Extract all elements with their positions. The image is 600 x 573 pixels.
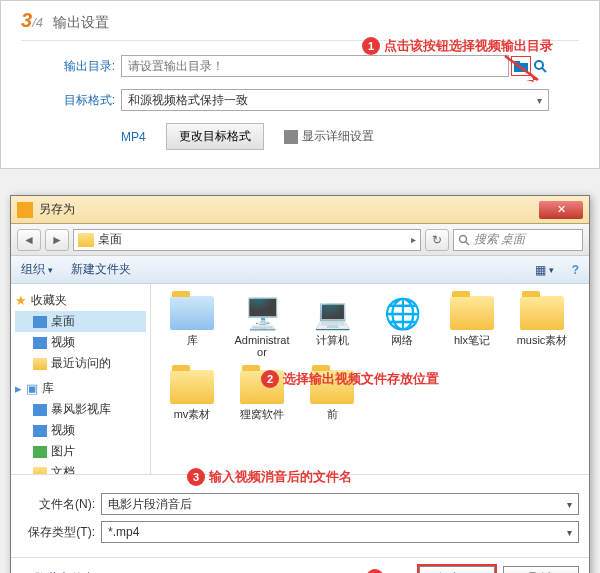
bullet-2-icon: 2 — [261, 370, 279, 388]
filetype-label: 保存类型(T): — [21, 524, 101, 541]
bullet-3-icon: 3 — [187, 468, 205, 486]
sidebar-item-doc[interactable]: 文档 — [15, 462, 146, 474]
sidebar-favorites[interactable]: ★收藏夹 — [15, 290, 146, 311]
output-dir-label: 输出目录: — [51, 58, 121, 75]
svg-rect-2 — [514, 61, 520, 64]
sidebar: ★收藏夹 桌面 视频 最近访问的 ▸ ▣库 暴风影视库 视频 图片 文档 — [11, 284, 151, 474]
svg-line-6 — [466, 242, 469, 245]
file-item[interactable]: music素材 — [511, 292, 573, 360]
svg-point-3 — [535, 61, 543, 69]
step-number: 3/4 — [21, 9, 43, 32]
mp4-link[interactable]: MP4 — [121, 130, 146, 144]
close-button[interactable]: ✕ — [539, 201, 583, 219]
sidebar-item-recent[interactable]: 最近访问的 — [15, 353, 146, 374]
file-item[interactable]: 库 — [161, 292, 223, 360]
browse-folder-button[interactable] — [511, 56, 531, 76]
filename-label: 文件名(N): — [21, 496, 101, 513]
file-item[interactable]: mv素材 — [161, 366, 223, 422]
folder-icon — [78, 233, 94, 247]
dialog-title: 另存为 — [39, 201, 539, 218]
sidebar-item-desktop[interactable]: 桌面 — [15, 311, 146, 332]
search-input[interactable]: 搜索 桌面 — [453, 229, 583, 251]
sidebar-item-video[interactable]: 视频 — [15, 332, 146, 353]
target-format-select[interactable]: 和源视频格式保持一致▾ — [121, 89, 549, 111]
svg-point-5 — [460, 235, 467, 242]
app-icon — [17, 202, 33, 218]
address-bar[interactable]: 桌面 ▸ — [73, 229, 421, 251]
titlebar: 另存为 ✕ — [11, 196, 589, 224]
help-button[interactable]: ? — [572, 263, 579, 277]
filetype-select[interactable]: *.mp4▾ — [101, 521, 579, 543]
annotation-2: 2 选择输出视频文件存放位置 — [261, 370, 439, 388]
panel-title: 输出设置 — [53, 14, 109, 32]
view-button[interactable]: ▦ ▾ — [535, 263, 554, 277]
nav-forward-button[interactable]: ► — [45, 229, 69, 251]
search-icon — [458, 234, 470, 246]
nav-back-button[interactable]: ◄ — [17, 229, 41, 251]
show-detail-checkbox[interactable]: 显示详细设置 — [284, 128, 374, 145]
save-as-dialog: 另存为 ✕ ◄ ► 桌面 ▸ ↻ 搜索 桌面 组织 ▾ 新建文件夹 ▦ ▾ ? … — [10, 195, 590, 573]
sidebar-item-vlib[interactable]: 视频 — [15, 420, 146, 441]
filename-input[interactable]: 电影片段消音后▾ — [101, 493, 579, 515]
bullet-1-icon: 1 — [362, 37, 380, 55]
svg-line-4 — [542, 68, 546, 72]
target-format-label: 目标格式: — [51, 92, 121, 109]
save-button[interactable]: 保存(S) — [419, 566, 495, 573]
cancel-button[interactable]: 取消 — [503, 566, 579, 573]
bullet-4-icon: 4 — [366, 569, 384, 573]
file-item[interactable]: 💻计算机 — [301, 292, 363, 360]
toolbar-organize[interactable]: 组织 ▾ — [21, 261, 53, 278]
hide-folders-toggle[interactable]: ▲ 隐藏文件夹 — [21, 570, 366, 574]
file-item[interactable]: 🖥️Administrator — [231, 292, 293, 360]
change-format-button[interactable]: 更改目标格式 — [166, 123, 264, 150]
annotation-1: 1 点击该按钮选择视频输出目录 — [362, 37, 553, 55]
annotation-3: 3 输入视频消音后的文件名 — [187, 468, 352, 486]
sidebar-item-pic[interactable]: 图片 — [15, 441, 146, 462]
output-dir-input[interactable] — [121, 55, 509, 77]
arrow-right-icon: ➔ — [392, 567, 407, 573]
sidebar-item-bf[interactable]: 暴风影视库 — [15, 399, 146, 420]
refresh-button[interactable]: ↻ — [425, 229, 449, 251]
file-item[interactable]: hlx笔记 — [441, 292, 503, 360]
checkbox-icon — [284, 130, 298, 144]
annotation-4: 4 — [366, 569, 384, 573]
toolbar-new-folder[interactable]: 新建文件夹 — [71, 261, 131, 278]
sidebar-libraries[interactable]: ▸ ▣库 — [15, 378, 146, 399]
file-item[interactable]: 🌐网络 — [371, 292, 433, 360]
svg-rect-1 — [514, 63, 528, 72]
search-icon[interactable] — [531, 57, 549, 75]
